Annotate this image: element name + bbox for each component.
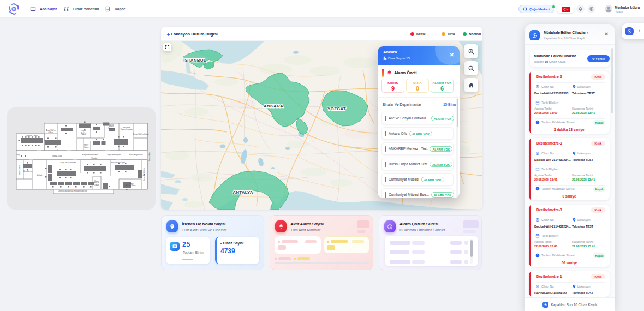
- svg-text:Yangın odası: Yangın odası: [148, 152, 151, 161]
- svg-text:Cihan Bşk Müşahit Bşk Ömr Bşk: Cihan Bşk Müşahit Bşk Ömr Bşk Mücahit Bş…: [58, 190, 87, 192]
- svg-text:Satış ve Pazarlama: Satış ve Pazarlama: [60, 162, 76, 164]
- svg-text:SatışSonrasıDemeti: SatışSonrasıDemeti: [82, 154, 98, 156]
- svg-text:Depo & Elektrik: Depo & Elektrik: [143, 168, 145, 181]
- svg-text:TuğBaBşk'ınOdası: TuğBaBşk'ınOdası: [81, 130, 86, 136]
- svg-text:Tepkiy Zeka: Tepkiy Zeka: [52, 155, 62, 157]
- svg-text:Erhan Bşk'ın Odası: Erhan Bşk'ın Odası: [133, 133, 148, 135]
- svg-text:Sınav Odası: Sınav Odası: [19, 165, 21, 176]
- svg-text:ANKARA: ANKARA: [264, 104, 283, 109]
- svg-text:İSTANBUL: İSTANBUL: [183, 58, 206, 63]
- svg-text:Mutfak: Mutfak: [37, 174, 42, 176]
- svg-text:Giriş: Giriş: [16, 154, 20, 156]
- svg-text:CanerBşk'ınOdası: CanerBşk'ınOdası: [94, 180, 99, 186]
- svg-text:Bilgi Teknolojileri: Bilgi Teknolojileri: [107, 154, 121, 156]
- svg-text:ServetBşk'ınHocanın: ServetBşk'ınHocanın: [108, 123, 115, 129]
- svg-text:Toplantı Odası: Toplantı Odası: [26, 135, 38, 137]
- svg-text:Koridor: Koridor: [92, 157, 98, 159]
- svg-text:YOZGAT: YOZGAT: [327, 106, 346, 111]
- svg-text:TESTOdası: TESTOdası: [84, 144, 88, 148]
- svg-text:Sekreterya: Sekreterya: [23, 170, 33, 172]
- svg-text:c: c: [13, 8, 15, 10]
- svg-text:ANTALYA: ANTALYA: [232, 190, 253, 195]
- svg-text:İdari ve Mali İşler: İdari ve Mali İşler: [111, 161, 125, 164]
- svg-text:İnsan Kaynakları: İnsan Kaynakları: [129, 153, 142, 156]
